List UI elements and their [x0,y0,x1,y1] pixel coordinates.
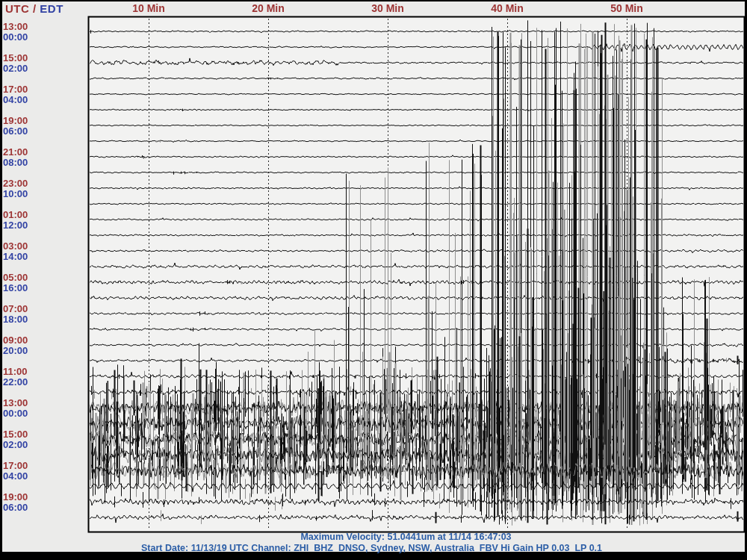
row-label-local: 10:00 [3,189,85,199]
row-label-utc: 23:00 [3,178,85,189]
row-label-utc: 15:00 [3,429,85,440]
x-axis-tick-label: 20 Min [252,2,285,14]
row-label-utc: 05:00 [3,273,85,283]
row-label-utc: 09:00 [3,335,85,346]
row-label-local: 00:00 [3,32,85,43]
row-label-utc: 19:00 [3,116,85,126]
helicorder-plot-canvas [0,0,747,560]
row-label-local: 20:00 [3,346,85,356]
row-label-local: 22:00 [3,377,85,388]
utc-label: UTC [5,2,29,15]
row-label-utc: 13:00 [3,398,85,408]
x-axis-tick-label: 40 Min [491,2,524,14]
row-label-utc: 13:00 [3,22,85,32]
x-axis-tick-label: 30 Min [371,2,404,14]
max-velocity-caption: Maximum Velocity: 51.0441um at 11/14 16:… [78,532,734,542]
plot-footer: Maximum Velocity: 51.0441um at 11/14 16:… [88,532,745,553]
timezone-header: UTC / EDT [5,2,63,15]
row-label-local: 12:00 [3,220,85,231]
row-label-local: 04:00 [3,471,85,482]
row-label-local: 14:00 [3,252,85,262]
x-axis-tick-label: 10 Min [132,2,165,14]
row-label-utc: 17:00 [3,461,85,471]
row-label-utc: 11:00 [3,367,85,377]
row-label-local: 16:00 [3,283,85,293]
webicorder-window: UTC / EDT 10 Min20 Min30 Min40 Min50 Min… [0,0,747,560]
row-label-utc: 07:00 [3,304,85,314]
timezone-separator: / [29,2,40,15]
row-label-local: 06:00 [3,126,85,137]
x-axis-tick-label: 50 Min [610,2,643,14]
row-label-utc: 19:00 [3,492,85,503]
row-label-utc: 17:00 [3,84,85,95]
row-label-local: 02:00 [3,63,85,74]
row-label-local: 02:00 [3,440,85,450]
row-label-local: 00:00 [3,408,85,419]
row-label-utc: 21:00 [3,147,85,158]
start-date-caption: Start Date: 11/13/19 UTC Channel: ZHI BH… [43,543,700,553]
row-label-local: 18:00 [3,314,85,325]
row-label-local: 06:00 [3,503,85,513]
row-label-utc: 01:00 [3,210,85,220]
edt-label: EDT [40,2,63,15]
row-label-local: 04:00 [3,95,85,105]
row-label-local: 08:00 [3,158,85,168]
row-label-utc: 15:00 [3,53,85,63]
row-label-utc: 03:00 [3,241,85,252]
